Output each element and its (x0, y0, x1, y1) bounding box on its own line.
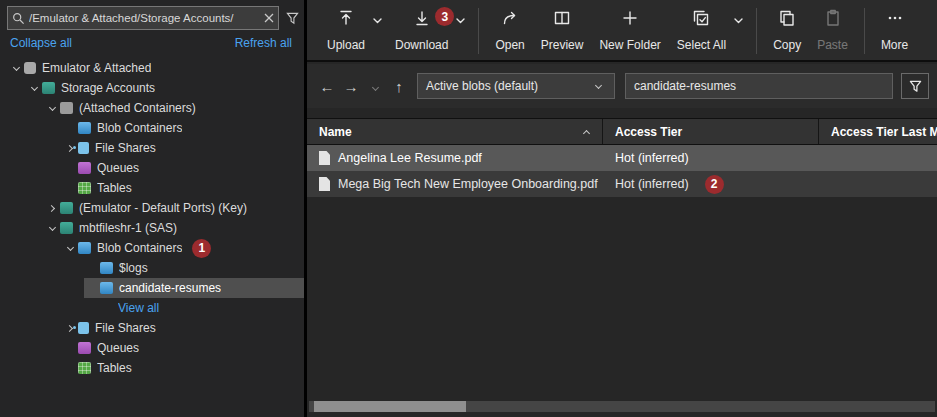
toolbar-separator (756, 8, 757, 54)
upload-button[interactable]: Upload (319, 6, 373, 56)
annotation-step-3: 3 (435, 7, 454, 26)
back-button[interactable]: ← (315, 78, 339, 95)
chevron-spacer (62, 180, 78, 196)
toolbar-separator (478, 8, 479, 54)
chevron-down-icon (590, 78, 606, 94)
tree-item-blob-containers-attached[interactable]: Blob Containers (0, 118, 304, 138)
tree-item-candidate-resumes[interactable]: candidate-resumes (0, 278, 304, 298)
collapse-all-link[interactable]: Collapse all (10, 36, 72, 50)
tree-item-blob-containers-mbt[interactable]: Blob Containers 1 (0, 238, 304, 258)
table-header: Name Access Tier Access Tier Last Mo (307, 118, 937, 145)
download-button[interactable]: Download 3 (387, 6, 456, 56)
paste-button[interactable]: Paste (809, 6, 856, 56)
tree-item-label: File Shares (95, 321, 156, 335)
table-row[interactable]: Angelina Lee Resume.pdf Hot (inferred) (307, 145, 937, 171)
paste-label: Paste (817, 38, 848, 52)
select-all-dropdown-caret[interactable] (734, 6, 748, 56)
tree-item-mbtfileshr-1[interactable]: mbtfileshr-1 (SAS) (0, 218, 304, 238)
chevron-right-icon[interactable] (44, 200, 60, 216)
tree-item-queues-attached[interactable]: Queues (0, 158, 304, 178)
tree-item-view-all[interactable]: View all (0, 298, 304, 318)
blob-state-selected-value: Active blobs (default) (426, 79, 538, 93)
blob-state-select[interactable]: Active blobs (default) (417, 73, 615, 99)
attached-containers-icon (60, 102, 73, 114)
tree-item-label: Queues (97, 161, 139, 175)
blob-container-icon (78, 122, 91, 134)
tree-item-label: $logs (119, 261, 148, 275)
download-icon (413, 9, 431, 27)
horizontal-scrollbar[interactable] (309, 401, 935, 412)
open-icon (501, 9, 519, 27)
blob-name: Angelina Lee Resume.pdf (338, 151, 482, 165)
sort-ascending-icon (578, 124, 594, 140)
copy-button[interactable]: Copy (765, 6, 809, 56)
blob-name: Mega Big Tech New Employee Onboarding.pd… (338, 177, 598, 191)
chevron-down-icon[interactable] (44, 100, 60, 116)
filter-button[interactable] (901, 73, 929, 99)
toolbar: Upload Download 3 Open (307, 0, 937, 62)
chevron-spacer (84, 280, 100, 296)
chevron-down-icon[interactable] (44, 220, 60, 236)
new-folder-button[interactable]: New Folder (591, 6, 668, 56)
new-folder-label: New Folder (599, 38, 660, 52)
table-row[interactable]: Mega Big Tech New Employee Onboarding.pd… (307, 171, 937, 197)
up-level-button[interactable]: ↑ (387, 78, 411, 95)
plug-icon (24, 62, 36, 74)
column-label: Name (319, 125, 352, 139)
tree-item-tables-attached[interactable]: Tables (0, 178, 304, 198)
view-all-link[interactable]: View all (118, 301, 159, 315)
paste-icon (824, 9, 842, 27)
copy-label: Copy (773, 38, 801, 52)
search-icon (12, 12, 25, 25)
chevron-spacer (62, 160, 78, 176)
access-tier-value: Hot (inferred) (615, 151, 689, 165)
file-icon (319, 177, 330, 191)
queue-icon (78, 162, 91, 174)
column-header-access-tier[interactable]: Access Tier (603, 119, 819, 144)
tree-item-queues-mbt[interactable]: Queues (0, 338, 304, 358)
tree-item-attached-containers[interactable]: (Attached Containers) (0, 98, 304, 118)
open-label: Open (495, 38, 524, 52)
more-label: More (881, 38, 908, 52)
tree-item-tables-mbt[interactable]: Tables (0, 358, 304, 378)
file-icon (319, 151, 330, 165)
more-button[interactable]: More (873, 6, 916, 56)
download-dropdown-caret[interactable] (456, 6, 470, 56)
chevron-spacer (62, 360, 78, 376)
annotation-step-1: 1 (192, 239, 211, 258)
filter-icon[interactable] (286, 11, 299, 29)
resource-search-input[interactable] (25, 12, 264, 24)
chevron-down-icon[interactable] (62, 240, 78, 256)
toolbar-separator (864, 8, 865, 54)
tree-action-links: Collapse all Refresh all (0, 36, 304, 54)
chevron-down-icon[interactable] (8, 60, 24, 76)
column-header-name[interactable]: Name (307, 119, 603, 144)
open-button[interactable]: Open (487, 6, 532, 56)
forward-button[interactable]: → (339, 78, 363, 95)
access-tier-value: Hot (inferred) (615, 177, 689, 191)
preview-button[interactable]: Preview (533, 6, 592, 56)
more-icon (886, 9, 904, 27)
column-header-access-tier-last-modified[interactable]: Access Tier Last Mo (819, 119, 937, 144)
scrollbar-thumb[interactable] (314, 401, 466, 412)
tree-item-emulator-attached[interactable]: Emulator & Attached (0, 58, 304, 78)
tree-item-file-shares-mbt[interactable]: File Shares (0, 318, 304, 338)
upload-dropdown-caret[interactable] (373, 6, 387, 56)
chevron-down-icon[interactable] (26, 80, 42, 96)
table-icon (78, 362, 91, 374)
column-label: Access Tier Last Mo (831, 125, 937, 139)
tree-item-label: (Emulator - Default Ports) (Key) (79, 201, 247, 215)
tree-item-file-shares-attached[interactable]: File Shares (0, 138, 304, 158)
tree-item-label: Blob Containers (97, 121, 182, 135)
close-icon[interactable] (264, 13, 274, 23)
refresh-all-link[interactable]: Refresh all (235, 36, 292, 50)
select-all-button[interactable]: Select All (669, 6, 734, 56)
tree-item-emulator-default-ports[interactable]: (Emulator - Default Ports) (Key) (0, 198, 304, 218)
file-share-icon (78, 142, 89, 154)
tree-item-logs[interactable]: $logs (0, 258, 304, 278)
history-dropdown-button[interactable] (363, 76, 387, 97)
tree-item-storage-accounts[interactable]: Storage Accounts (0, 78, 304, 98)
resource-search-box[interactable] (7, 6, 279, 30)
blob-search-input[interactable] (625, 73, 893, 99)
tree-item-label: candidate-resumes (119, 281, 221, 295)
